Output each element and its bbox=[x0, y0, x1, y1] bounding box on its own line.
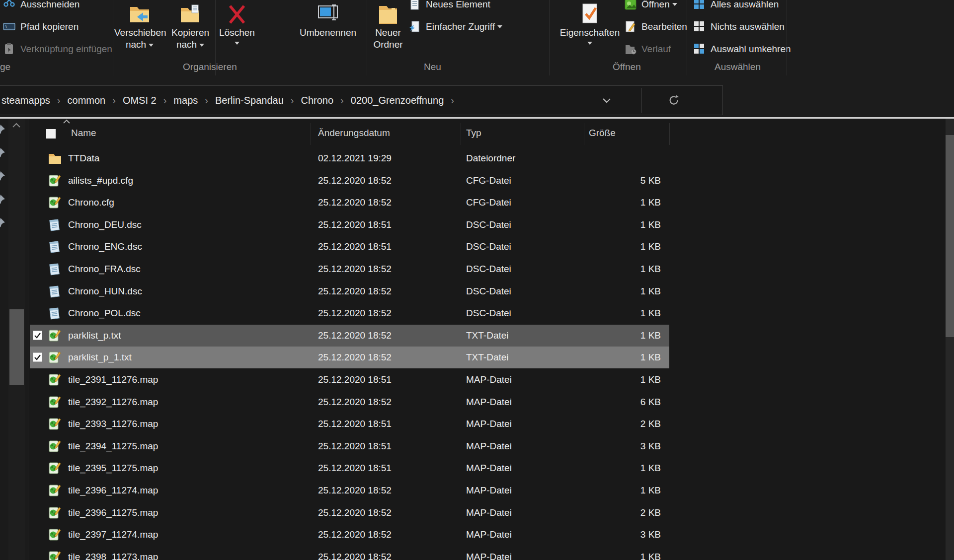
file-row[interactable]: parklist_p_1.txt25.12.2020 18:52TXT-Date… bbox=[0, 347, 954, 369]
breadcrumb-item[interactable]: 0200_Grenzoeffnung bbox=[351, 95, 444, 106]
chevron-down-icon bbox=[235, 42, 239, 45]
edit-button[interactable]: Bearbeiten bbox=[624, 17, 687, 36]
file-date: 25.12.2020 18:52 bbox=[318, 258, 392, 280]
file-row[interactable]: tile_2398_11273.map25.12.2020 18:52MAP-D… bbox=[0, 546, 954, 560]
breadcrumb-chevron-icon[interactable]: › bbox=[340, 95, 344, 106]
column-divider[interactable] bbox=[669, 123, 670, 145]
file-row[interactable]: Chrono.cfg25.12.2020 18:52CFG-Datei1 KB bbox=[0, 192, 954, 214]
breadcrumb-item[interactable]: Chrono bbox=[301, 95, 333, 106]
file-size: 1 KB bbox=[586, 280, 661, 302]
select-all-checkbox[interactable] bbox=[46, 129, 56, 139]
delete-button[interactable]: Löschen bbox=[217, 0, 257, 60]
breadcrumb-item[interactable]: common bbox=[68, 95, 106, 106]
select-all-button[interactable]: Alles auswählen bbox=[693, 0, 791, 14]
file-row[interactable]: Chrono_ENG.dsc25.12.2020 18:51DSC-Datei1… bbox=[0, 236, 954, 258]
breadcrumb-chevron-icon[interactable]: › bbox=[291, 95, 294, 106]
column-header-date[interactable]: Änderungsdatum bbox=[318, 119, 390, 147]
file-row[interactable]: tile_2395_11275.map25.12.2020 18:51MAP-D… bbox=[0, 457, 954, 480]
column-header-type[interactable]: Typ bbox=[466, 119, 481, 147]
file-type: MAP-Datei bbox=[466, 435, 512, 457]
file-size: 5 KB bbox=[586, 170, 661, 192]
history-button[interactable]: Verlauf bbox=[624, 40, 687, 59]
file-name: tile_2393_11276.map bbox=[68, 413, 158, 435]
file-row[interactable]: tile_2394_11275.map25.12.2020 18:51MAP-D… bbox=[0, 435, 954, 458]
file-row[interactable]: Chrono_POL.dsc25.12.2020 18:52DSC-Datei1… bbox=[0, 302, 954, 325]
file-date: 25.12.2020 18:51 bbox=[318, 236, 392, 258]
file-type: DSC-Datei bbox=[466, 214, 511, 236]
easy-access-label: Einfacher Zugriff bbox=[426, 21, 495, 32]
file-explorer-window: { "colors": { "accent_blue": "#4aa0dd", … bbox=[0, 0, 954, 560]
file-row[interactable]: tile_2397_11274.map25.12.2020 18:52MAP-D… bbox=[0, 524, 954, 546]
easy-access-button[interactable]: Einfacher Zugriff bbox=[408, 17, 502, 36]
copy-path-button[interactable]: \... Pfad kopieren bbox=[3, 17, 112, 36]
column-divider[interactable] bbox=[311, 123, 311, 145]
column-divider[interactable] bbox=[584, 123, 584, 145]
address-dropdown-button[interactable] bbox=[592, 86, 622, 115]
file-size: 2 KB bbox=[586, 502, 661, 524]
notepad-icon bbox=[47, 240, 61, 254]
breadcrumb-item[interactable]: OMSI 2 bbox=[123, 95, 157, 106]
rename-button[interactable]: Umbenennen bbox=[296, 0, 360, 60]
row-checkbox[interactable] bbox=[33, 352, 42, 362]
file-row[interactable]: ailists_#upd.cfg25.12.2020 18:52CFG-Date… bbox=[0, 170, 954, 192]
file-row[interactable]: Chrono_DEU.dsc25.12.2020 18:51DSC-Datei1… bbox=[0, 214, 954, 236]
file-row[interactable]: tile_2396_11274.map25.12.2020 18:52MAP-D… bbox=[0, 480, 954, 502]
file-name: tile_2396_11274.map bbox=[68, 480, 158, 501]
file-row[interactable]: tile_2393_11276.map25.12.2020 18:51MAP-D… bbox=[0, 413, 954, 435]
select-none-button[interactable]: Nichts auswählen bbox=[693, 17, 791, 36]
ribbon-group-open-items: Öffnen Bearbeiten Verlauf bbox=[624, 0, 687, 62]
list-scrollbar-thumb[interactable] bbox=[946, 135, 954, 337]
omsi-icon bbox=[47, 373, 61, 387]
file-size: 2 KB bbox=[586, 413, 661, 435]
file-name: Chrono_FRA.dsc bbox=[68, 258, 141, 280]
row-checkbox[interactable] bbox=[33, 331, 42, 340]
address-toolbar: steamapps›common›OMSI 2›maps›Berlin-Span… bbox=[0, 81, 954, 117]
column-divider[interactable] bbox=[461, 123, 461, 145]
breadcrumb-chevron-icon[interactable]: › bbox=[57, 95, 61, 106]
invert-selection-button[interactable]: Auswahl umkehren bbox=[693, 40, 791, 59]
chevron-down-icon bbox=[602, 98, 611, 103]
file-row[interactable]: tile_2396_11275.map25.12.2020 18:52MAP-D… bbox=[0, 502, 954, 524]
file-name: Chrono_ENG.dsc bbox=[68, 236, 142, 258]
move-to-button[interactable]: Verschieben nach bbox=[114, 0, 165, 60]
breadcrumb-chevron-icon[interactable]: › bbox=[163, 95, 167, 106]
breadcrumb-item[interactable]: maps bbox=[173, 95, 198, 106]
ribbon-separator bbox=[113, 0, 113, 75]
omsi-icon bbox=[47, 395, 61, 409]
column-header-size[interactable]: Größe bbox=[589, 119, 616, 147]
new-folder-button[interactable]: Neuer Ordner bbox=[372, 0, 404, 60]
file-row[interactable]: parklist_p.txt25.12.2020 18:52TXT-Datei1… bbox=[0, 325, 954, 347]
file-row[interactable]: TTData02.12.2021 19:29Dateiordner bbox=[0, 147, 954, 170]
breadcrumb-chevron-icon[interactable]: › bbox=[112, 95, 116, 106]
file-size: 1 KB bbox=[586, 258, 661, 280]
file-date: 25.12.2020 18:52 bbox=[318, 325, 392, 347]
file-row[interactable]: Chrono_FRA.dsc25.12.2020 18:52DSC-Datei1… bbox=[0, 258, 954, 280]
file-size: 1 KB bbox=[586, 214, 661, 236]
cut-button[interactable]: Ausschneiden bbox=[3, 0, 112, 14]
move-to-icon bbox=[114, 1, 165, 25]
file-row[interactable]: tile_2391_11276.map25.12.2020 18:51MAP-D… bbox=[0, 369, 954, 391]
column-header-name[interactable]: Name bbox=[71, 119, 96, 147]
file-size: 1 KB bbox=[586, 480, 661, 501]
file-type: DSC-Datei bbox=[466, 280, 511, 302]
omsi-icon bbox=[47, 528, 61, 542]
breadcrumb-chevron-icon[interactable]: › bbox=[451, 95, 454, 106]
copy-to-button[interactable]: Kopieren nach bbox=[167, 0, 213, 60]
file-row[interactable]: tile_2392_11276.map25.12.2020 18:52MAP-D… bbox=[0, 391, 954, 414]
file-date: 25.12.2020 18:52 bbox=[318, 280, 392, 302]
paste-shortcut-button[interactable]: Verknüpfung einfügen bbox=[3, 40, 112, 59]
breadcrumb-item[interactable]: Berlin-Spandau bbox=[215, 95, 284, 106]
file-row[interactable]: Chrono_HUN.dsc25.12.2020 18:52DSC-Datei1… bbox=[0, 280, 954, 303]
open-button[interactable]: Öffnen bbox=[624, 0, 687, 14]
notepad-icon bbox=[47, 218, 61, 232]
address-bar[interactable]: steamapps›common›OMSI 2›maps›Berlin-Span… bbox=[0, 85, 723, 115]
omsi-icon bbox=[47, 439, 61, 453]
new-item-button[interactable]: Neues Element bbox=[408, 0, 502, 14]
list-scrollbar[interactable] bbox=[946, 119, 954, 560]
omsi-icon bbox=[47, 196, 61, 210]
breadcrumb-chevron-icon[interactable]: › bbox=[205, 95, 208, 106]
properties-button[interactable]: Eigenschaften bbox=[557, 0, 622, 60]
breadcrumb-item[interactable]: steamapps bbox=[1, 95, 50, 106]
file-name: TTData bbox=[68, 147, 99, 169]
refresh-button[interactable] bbox=[656, 86, 691, 115]
